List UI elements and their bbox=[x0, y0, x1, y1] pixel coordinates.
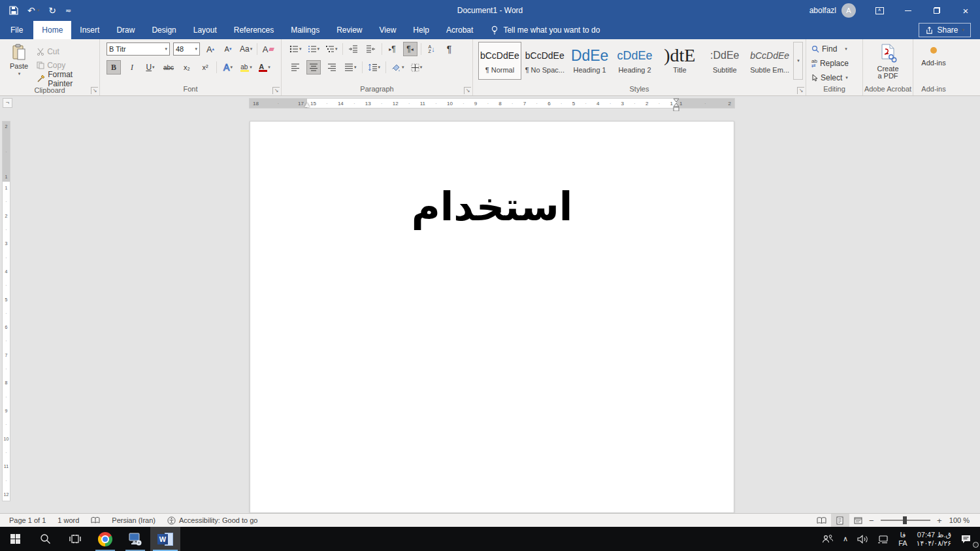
clock[interactable]: 07:47 ق.ظ ۱۴۰۴/۰۸/۲۶ bbox=[912, 527, 956, 551]
strikethrough-button[interactable]: abc bbox=[161, 60, 176, 75]
tab-acrobat[interactable]: Acrobat bbox=[438, 21, 482, 39]
font-name-combo[interactable]: B Titr▾ bbox=[106, 42, 170, 56]
zoom-in-button[interactable]: + bbox=[936, 516, 943, 526]
line-spacing-button[interactable]: ▾ bbox=[367, 60, 382, 75]
volume-icon[interactable] bbox=[853, 527, 873, 551]
superscript-button[interactable]: x² bbox=[198, 60, 212, 75]
action-center-button[interactable] bbox=[956, 527, 980, 551]
proofing-icon[interactable] bbox=[85, 514, 106, 527]
font-dialog-launcher[interactable]: ↘ bbox=[272, 87, 280, 94]
tab-layout[interactable]: Layout bbox=[185, 21, 225, 39]
style-subtle-emphasis[interactable]: bCcDdEe Subtle Em... bbox=[748, 42, 791, 80]
paste-button[interactable]: Paste ▾ bbox=[5, 42, 33, 86]
ltr-text-direction-button[interactable]: ▸¶ bbox=[385, 42, 400, 56]
text-effects-button[interactable]: A▾ bbox=[221, 60, 235, 75]
tab-help[interactable]: Help bbox=[404, 21, 438, 39]
change-case-button[interactable]: Aa▾ bbox=[238, 42, 253, 56]
italic-button[interactable]: I bbox=[125, 60, 139, 75]
clear-formatting-button[interactable]: A bbox=[261, 42, 275, 56]
decrease-indent-button[interactable] bbox=[346, 42, 361, 56]
restore-button[interactable] bbox=[923, 0, 951, 21]
network-icon[interactable] bbox=[873, 527, 894, 551]
tab-design[interactable]: Design bbox=[143, 21, 184, 39]
horizontal-ruler[interactable]: 18·17 15·14·13·12·11·10·9·8·7·6·5·4·3·2·… bbox=[250, 99, 734, 108]
undo-icon[interactable]: ↶▾ bbox=[27, 5, 39, 16]
format-painter-button[interactable]: Format Painter bbox=[37, 72, 97, 86]
numbering-button[interactable]: ▾ bbox=[306, 42, 321, 56]
align-center-button[interactable] bbox=[306, 60, 321, 75]
align-right-button[interactable] bbox=[325, 60, 339, 75]
paragraph-dialog-launcher[interactable]: ↘ bbox=[464, 87, 471, 94]
web-layout-button[interactable] bbox=[849, 514, 868, 527]
customize-quick-access-icon[interactable]: ≂ bbox=[65, 7, 71, 15]
subscript-button[interactable]: x₂ bbox=[180, 60, 194, 75]
addins-button[interactable]: Add-ins bbox=[917, 42, 950, 84]
zoom-out-button[interactable]: − bbox=[868, 516, 875, 526]
share-button[interactable]: Share ▾ bbox=[919, 23, 971, 37]
taskbar-computer-button[interactable] bbox=[120, 527, 150, 551]
style-heading-1[interactable]: DdEe Heading 1 bbox=[568, 42, 612, 80]
document-page[interactable]: استخدام bbox=[250, 121, 734, 513]
style-no-spacing[interactable]: bCcDdEe ¶ No Spac... bbox=[523, 42, 566, 80]
accessibility-status[interactable]: Accessibility: Good to go bbox=[161, 514, 263, 527]
font-size-combo[interactable]: 48▾ bbox=[173, 42, 200, 56]
account-name[interactable]: abolfazl bbox=[809, 6, 836, 15]
people-tray-icon[interactable] bbox=[817, 527, 838, 551]
increase-indent-button[interactable] bbox=[364, 42, 378, 56]
align-left-button[interactable] bbox=[288, 60, 302, 75]
avatar[interactable]: A bbox=[841, 3, 856, 18]
font-color-button[interactable]: A▾ bbox=[257, 60, 272, 75]
underline-button[interactable]: U▾ bbox=[143, 60, 157, 75]
document-text[interactable]: استخدام bbox=[250, 184, 734, 229]
style-subtitle[interactable]: :DdEe Subtitle bbox=[703, 42, 746, 80]
tab-file[interactable]: File bbox=[0, 21, 33, 39]
taskbar-search-button[interactable] bbox=[30, 527, 60, 551]
language-switcher[interactable]: فا FA bbox=[894, 527, 911, 551]
create-pdf-button[interactable]: Create a PDF bbox=[872, 42, 903, 84]
find-button[interactable]: Find ▾ bbox=[811, 42, 860, 56]
print-layout-button[interactable] bbox=[831, 514, 849, 527]
redo-icon[interactable]: ↻ bbox=[48, 5, 56, 16]
tab-view[interactable]: View bbox=[371, 21, 405, 39]
hidden-icons-chevron[interactable]: ∧ bbox=[838, 527, 853, 551]
ribbon-display-options-button[interactable]: ∧ bbox=[865, 0, 894, 21]
zoom-level[interactable]: 100 % bbox=[943, 514, 980, 527]
tab-draw[interactable]: Draw bbox=[108, 21, 143, 39]
minimize-button[interactable] bbox=[894, 0, 923, 21]
tab-home[interactable]: Home bbox=[33, 21, 71, 39]
vertical-ruler[interactable]: 2·1 1·2·3·4·5·6·7·8·9·10·11·12 bbox=[3, 122, 10, 501]
replace-button[interactable]: ab⇄ Replace bbox=[811, 56, 860, 70]
shrink-font-button[interactable]: A▾ bbox=[221, 42, 235, 56]
taskbar-chrome-button[interactable] bbox=[90, 527, 120, 551]
bullets-button[interactable]: ▾ bbox=[288, 42, 303, 56]
justify-button[interactable]: ▾ bbox=[343, 60, 358, 75]
indent-marker-right[interactable] bbox=[673, 98, 679, 112]
start-button[interactable] bbox=[0, 527, 30, 551]
close-button[interactable]: × bbox=[951, 0, 980, 21]
styles-dialog-launcher[interactable]: ↘ bbox=[797, 87, 804, 94]
grow-font-button[interactable]: A▴ bbox=[203, 42, 218, 56]
clipboard-dialog-launcher[interactable]: ↘ bbox=[91, 87, 98, 94]
word-count[interactable]: 1 word bbox=[52, 514, 85, 527]
zoom-slider[interactable] bbox=[881, 520, 930, 521]
highlight-color-button[interactable]: ab▾ bbox=[239, 60, 253, 75]
multilevel-list-button[interactable]: ▾ bbox=[324, 42, 339, 56]
document-canvas[interactable]: 2·1 1·2·3·4·5·6·7·8·9·10·11·12 استخدام bbox=[0, 111, 980, 513]
cut-button[interactable]: Cut bbox=[37, 44, 97, 58]
sort-button[interactable]: AZ↓ bbox=[425, 42, 439, 56]
tab-review[interactable]: Review bbox=[328, 21, 370, 39]
read-mode-button[interactable] bbox=[813, 514, 831, 527]
taskbar-word-button[interactable]: W bbox=[150, 527, 180, 551]
tab-mailings[interactable]: Mailings bbox=[282, 21, 328, 39]
shading-button[interactable]: ▾ bbox=[390, 60, 406, 75]
bold-button[interactable]: B bbox=[106, 60, 121, 75]
style-title[interactable]: )dtE Title bbox=[658, 42, 701, 80]
rtl-text-direction-button[interactable]: ¶◂ bbox=[403, 42, 417, 56]
style-normal[interactable]: bCcDdEe ¶ Normal bbox=[478, 42, 521, 80]
show-hide-pilcrow-button[interactable]: ¶ bbox=[442, 42, 457, 56]
tab-references[interactable]: References bbox=[225, 21, 282, 39]
style-heading-2[interactable]: cDdEe Heading 2 bbox=[613, 42, 657, 80]
styles-gallery-more-button[interactable]: ▾ bbox=[793, 42, 803, 80]
save-icon[interactable] bbox=[9, 6, 18, 15]
language-indicator[interactable]: Persian (Iran) bbox=[106, 514, 161, 527]
